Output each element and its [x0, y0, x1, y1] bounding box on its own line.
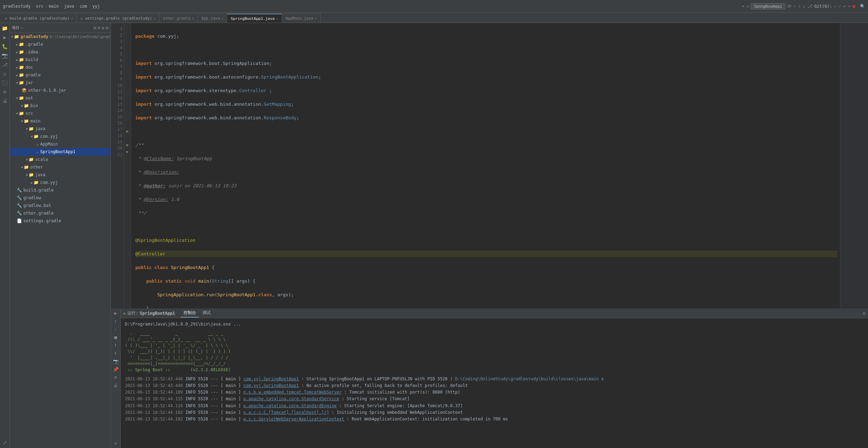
expand-gutter-icon[interactable]: ▶ [126, 150, 128, 154]
branch-selector[interactable]: SpringBootApp1 [751, 3, 785, 9]
tree-item-build[interactable]: ▶ 📁 build [10, 56, 111, 64]
run-output[interactable]: D:\Programs\Java\jdk1.8.0_291\bin\java.e… [121, 318, 868, 448]
tab-appmain[interactable]: AppMain.java ✕ [282, 14, 321, 23]
tab-settings-gradle[interactable]: ✏ settings.gradle (gradlestudy) ✕ [77, 14, 159, 23]
tab-close-build-gradle[interactable]: ✕ [71, 16, 73, 20]
tab-debug[interactable]: 调试 [200, 309, 214, 318]
redo-icon[interactable]: ↪ [848, 4, 851, 9]
title-yyj: yyj [92, 4, 100, 9]
tab-close-settings-gradle[interactable]: ✕ [154, 16, 156, 20]
tree-item-doc[interactable]: ▶ 📁 doc [10, 64, 111, 71]
commit-icon[interactable]: ↑ [794, 4, 796, 9]
tree-item-gradlew-bat[interactable]: 🔧 gradlew.bat [10, 202, 111, 209]
sort-icon[interactable]: ⇅ [102, 25, 104, 30]
print-bottom-icon[interactable]: 🖨 [113, 383, 118, 388]
gear-icon[interactable]: ⚙ [93, 25, 96, 30]
tab-build-gradle[interactable]: ✏ build.gradle (gradlestudy) ✕ [1, 14, 77, 23]
debug-icon[interactable]: 🐛 [1, 43, 9, 50]
tree-item-other[interactable]: ▼ 📁 other [10, 163, 111, 171]
tree-item-idea[interactable]: ▶ 📁 .idea [10, 48, 111, 56]
git-icon[interactable]: ⎇ [1, 61, 9, 68]
tree-item-settings-gradle[interactable]: 📄 settings.gradle [10, 217, 111, 225]
nav-back-icon[interactable]: ◁ [746, 4, 749, 9]
project-icon[interactable]: 📁 [1, 24, 9, 32]
search-icon[interactable]: 🔍 [860, 4, 865, 9]
app-name-label: SpringBootApp1 [140, 311, 175, 316]
camera-bottom-icon[interactable]: 📷 [113, 359, 119, 364]
tree-item-comyyj[interactable]: ▼ 📁 com.yyj [10, 133, 111, 140]
scroll-down-icon[interactable]: ⬇ [114, 351, 117, 356]
tab-close-springbootapp1[interactable]: ✕ [276, 17, 278, 21]
title-project: gradlestudy [3, 4, 30, 9]
stop-bottom-icon[interactable]: ■ [114, 335, 117, 340]
tree-item-gradle2[interactable]: ▶ 📁 gradle [10, 71, 111, 79]
tree-item-other-comyyj[interactable]: ▶ 📁 com.yyj [10, 179, 111, 186]
tree-icon[interactable]: ≡ [98, 25, 100, 30]
filter-icon[interactable]: ≡ [114, 375, 117, 380]
bottom-panel-settings-icon[interactable]: ⚙ [863, 311, 865, 316]
tree-item-main[interactable]: ▼ 📁 main [10, 117, 111, 125]
close-bottom-icon[interactable]: ✕ [114, 441, 117, 446]
terminal-icon[interactable]: ⬛ [1, 79, 9, 87]
check2-icon[interactable]: ✓ [839, 4, 841, 9]
left-toolbar: 📁 ▶ 🐛 📷 ⎇ ☑ ⬛ ⚙ 🖨 ⤢ [0, 23, 10, 448]
settings2-icon[interactable]: ⚙ [106, 25, 108, 30]
tree-item-bin[interactable]: ▼ 📁 bin [10, 102, 111, 110]
tree-item-other-gradle[interactable]: 🔧 other.gradle [10, 209, 111, 217]
camera-icon[interactable]: 📷 [1, 52, 9, 59]
tree-item-scala[interactable]: ▼ 📁 scala [10, 156, 111, 163]
check-icon[interactable]: ✓ [834, 4, 837, 9]
arrow-down-icon[interactable]: ↓ [114, 327, 117, 332]
tab-console[interactable]: 控制台 [181, 309, 199, 318]
arrow-up-icon[interactable]: ↑ [114, 319, 117, 324]
editor-and-bottom: 1 2 3 4 5 6 7 8 9 10 11 12 13 14 15 16 1 [111, 23, 868, 448]
tab-close-other-gradle[interactable]: ✕ [192, 16, 194, 20]
minimap [840, 23, 868, 308]
dropdown-icon[interactable]: ▾ [742, 4, 744, 9]
settings-icon[interactable]: ⚙ [1, 88, 9, 96]
title-path: gradlestudy › src › main › java › com › … [3, 4, 742, 9]
bottom-left-toolbar: ▶ ↑ ↓ ■ ⬆ ⬇ 📷 📌 ≡ 🖨 ✕ [111, 308, 121, 448]
sidebar-header-icons: ⚙ ≡ ⇅ ⚙ [93, 25, 108, 30]
stop-icon[interactable]: ■ [853, 4, 855, 9]
tree-item-gradle[interactable]: ▶ 📁 .gradle [10, 40, 111, 48]
tree-item-out[interactable]: ▼ 📁 out [10, 94, 111, 102]
main-row: 📁 ▶ 🐛 📷 ⎇ ☑ ⬛ ⚙ 🖨 ⤢ 项目 ▾ ⚙ ≡ ⇅ ⚙ [0, 23, 868, 448]
tree-item-jar[interactable]: ▼ 📁 jar [10, 79, 111, 87]
title-java: java [64, 4, 74, 9]
tree-item-build-gradle[interactable]: 🔧 build.gradle [10, 186, 111, 194]
print-icon[interactable]: 🖨 [1, 97, 9, 105]
code-editor: 1 2 3 4 5 6 7 8 9 10 11 12 13 14 15 16 1 [111, 23, 868, 308]
push-icon[interactable]: ↑ [798, 4, 801, 9]
tree-item-other-java[interactable]: ▼ 📁 java [10, 171, 111, 179]
tree-item-jar-file[interactable]: 📦 other-0.1.0.jar [10, 87, 111, 94]
run-gutter-icon-2[interactable]: ▶ [126, 142, 129, 147]
git-branch-icon[interactable]: ⎇ [807, 4, 812, 9]
tab-close-appmain[interactable]: ✕ [315, 16, 317, 20]
expand-icon[interactable]: ⤢ [1, 439, 9, 447]
pull-icon[interactable]: ↓ [803, 4, 805, 9]
tab-springbootapp1[interactable]: SpringBootApp1.java ✕ [227, 14, 282, 23]
tree-item-gradlew[interactable]: 🔧 gradlew [10, 194, 111, 202]
code-content[interactable]: package com.yyj; import org.springframew… [131, 23, 840, 308]
todo-icon[interactable]: ☑ [1, 70, 9, 77]
tree-item-gradlestudy[interactable]: ▼ 📁 gradlestudy D:\Coding\OnlineStudy\gr… [10, 33, 111, 40]
tab-other-gradle[interactable]: other.gradle ✕ [159, 14, 198, 23]
tree-item-appmain[interactable]: ☕ AppMain [10, 140, 111, 148]
run-gutter-icon[interactable]: ▶ [126, 129, 129, 134]
undo-icon[interactable]: ↩ [843, 4, 846, 9]
sidebar: 项目 ▾ ⚙ ≡ ⇅ ⚙ ▼ 📁 gradlestudy D:\Coding\O… [10, 23, 111, 448]
tree-item-src[interactable]: ▼ 📁 src [10, 110, 111, 117]
refresh-icon[interactable]: ⟳ [787, 3, 792, 9]
tree-item-java[interactable]: ▼ 📁 java [10, 125, 111, 133]
title-com: com [80, 4, 87, 9]
tree-item-springbootapp1[interactable]: ☕ SpringBootApp1 [10, 148, 111, 156]
scroll-up-icon[interactable]: ⬆ [114, 343, 117, 348]
pin-icon[interactable]: 📌 [113, 367, 119, 372]
run-bottom-icon[interactable]: ▶ [114, 311, 117, 316]
tab-app-java[interactable]: App.java ✕ [198, 14, 227, 23]
tab-close-app-java[interactable]: ✕ [221, 16, 223, 20]
run-icon[interactable]: ▶ [1, 33, 9, 41]
sidebar-header: 项目 ▾ ⚙ ≡ ⇅ ⚙ [10, 23, 111, 33]
run-tabbar: 控制台 调试 [181, 309, 861, 318]
